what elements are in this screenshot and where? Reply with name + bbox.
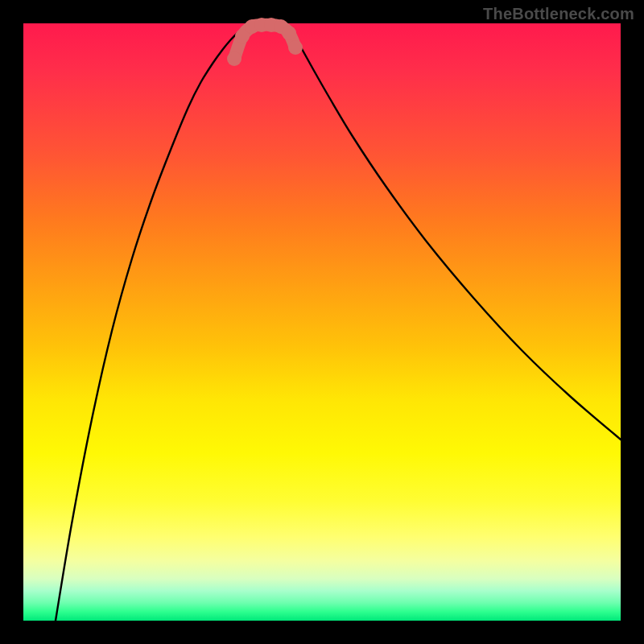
valley-marker-dot (227, 52, 242, 66)
curve-right-branch (288, 25, 621, 440)
bottleneck-curve-chart (23, 23, 621, 621)
valley-marker-dot (282, 26, 296, 40)
curve-left-branch (56, 25, 250, 621)
valley-marker-group (227, 18, 303, 66)
watermark-text: TheBottleneck.com (483, 5, 634, 23)
valley-marker-dot (288, 40, 303, 55)
